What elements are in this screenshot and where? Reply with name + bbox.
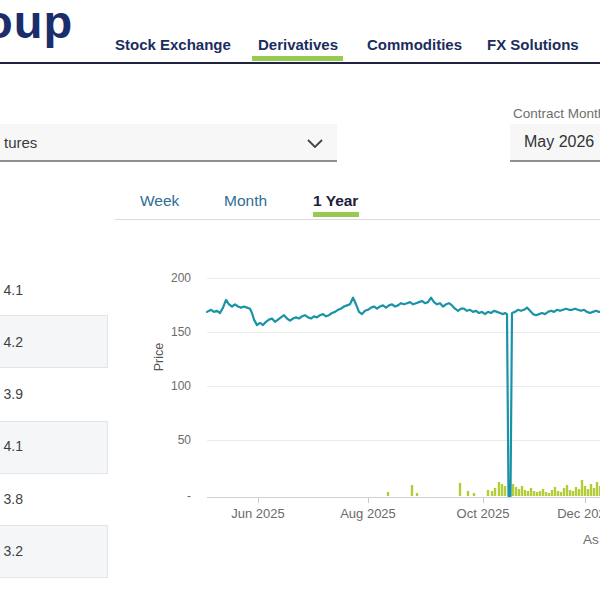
nav-derivatives[interactable]: Derivatives [258, 36, 338, 53]
header-divider [0, 62, 600, 64]
contract-month-select[interactable]: May 2026 [510, 124, 600, 162]
tab-1-year[interactable]: 1 Year [313, 192, 358, 210]
chevron-down-icon [307, 139, 323, 148]
price-chart [0, 250, 600, 510]
tab-week[interactable]: Week [140, 192, 179, 210]
table-cell: 3.2 [0, 543, 23, 559]
tab-month[interactable]: Month [224, 192, 267, 210]
tab-divider [115, 219, 600, 220]
active-nav-underline [252, 56, 343, 61]
derivatives-page: oup Stock Exchange Derivatives Commoditi… [0, 0, 600, 600]
instrument-select[interactable]: tures [0, 124, 337, 162]
nav-fx-solutions[interactable]: FX Solutions [487, 36, 579, 53]
contract-month-value: May 2026 [524, 133, 594, 151]
instrument-select-value: tures [4, 134, 37, 151]
nav-stock-exchange[interactable]: Stock Exchange [115, 36, 231, 53]
nav-commodities[interactable]: Commodities [367, 36, 462, 53]
active-tab-underline [313, 212, 359, 217]
contract-month-label: Contract Month [513, 106, 600, 121]
as-of-note: As of [583, 532, 600, 547]
site-logo: oup [0, 0, 73, 49]
